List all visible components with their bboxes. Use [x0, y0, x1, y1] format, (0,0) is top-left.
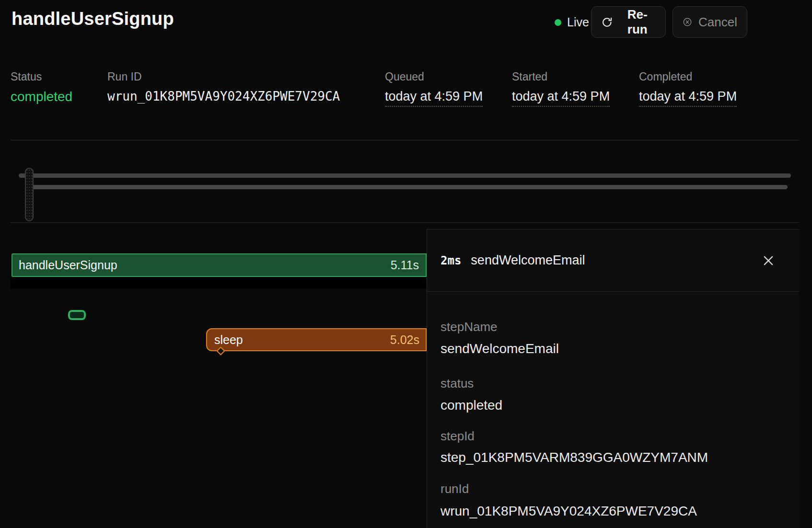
minimap-bar-root	[19, 173, 791, 178]
panel-header-divider	[427, 291, 799, 292]
field-label-stepName: stepName	[441, 320, 498, 334]
run-id-value: wrun_01K8PM5VA9Y024XZ6PWE7V29CA	[107, 89, 340, 103]
status-badge: completed	[11, 89, 72, 104]
span-duration: 5.11s	[391, 258, 419, 272]
rerun-button[interactable]: Re-run	[591, 6, 666, 38]
completed-label: Completed	[639, 70, 692, 83]
live-indicator-dot	[555, 19, 561, 26]
status-label: Status	[11, 70, 42, 83]
field-label-runId: runId	[441, 482, 469, 496]
run-id-label: Run ID	[107, 70, 142, 83]
refresh-icon	[601, 16, 613, 29]
span-name: sleep	[214, 333, 243, 347]
close-icon	[761, 253, 776, 268]
field-value-stepName: sendWelcomeEmail	[441, 341, 559, 356]
cancel-label: Cancel	[698, 15, 737, 30]
minimap-brush-handle[interactable]	[25, 168, 34, 221]
header-divider	[11, 140, 799, 140]
step-duration-badge: 2ms	[441, 254, 461, 267]
minimap-bar-sleep	[27, 185, 788, 189]
started-time: today at 4:59 PM	[512, 89, 610, 107]
span-name: handleUserSignup	[19, 258, 117, 272]
span-sleep[interactable]: sleep 5.02s	[206, 328, 427, 351]
completed-time: today at 4:59 PM	[639, 89, 737, 107]
rerun-label: Re-run	[619, 7, 656, 37]
panel-title: sendWelcomeEmail	[471, 253, 585, 268]
panel-header: 2ms sendWelcomeEmail	[427, 230, 799, 291]
span-handleUserSignup[interactable]: handleUserSignup 5.11s	[12, 253, 427, 277]
started-label: Started	[512, 70, 547, 83]
field-value-runId: wrun_01K8PM5VA9Y024XZ6PWE7V29CA	[441, 504, 697, 519]
field-label-status: status	[441, 376, 474, 391]
step-pill-sendWelcomeEmail[interactable]	[68, 310, 86, 320]
step-detail-panel: 2ms sendWelcomeEmail stepName sendWelcom…	[427, 229, 799, 528]
field-value-stepId: step_01K8PM5VARM839GGA0WZYM7ANM	[441, 450, 708, 465]
close-panel-button[interactable]	[760, 252, 777, 269]
queued-label: Queued	[385, 70, 424, 83]
timeline-top-border	[11, 222, 799, 223]
live-status: Live	[555, 15, 589, 29]
cancel-button[interactable]: Cancel	[673, 6, 747, 38]
queued-time: today at 4:59 PM	[385, 89, 483, 107]
span-duration: 5.02s	[390, 333, 419, 347]
field-value-status: completed	[441, 398, 502, 413]
field-label-stepId: stepId	[441, 429, 475, 444]
live-label: Live	[567, 15, 589, 29]
workflow-run-page: handleUserSignup Live Re-run Cancel Stat…	[0, 0, 812, 528]
page-title: handleUserSignup	[12, 9, 174, 29]
cancel-circle-icon	[683, 15, 692, 29]
timeline-row-gap	[11, 277, 427, 289]
